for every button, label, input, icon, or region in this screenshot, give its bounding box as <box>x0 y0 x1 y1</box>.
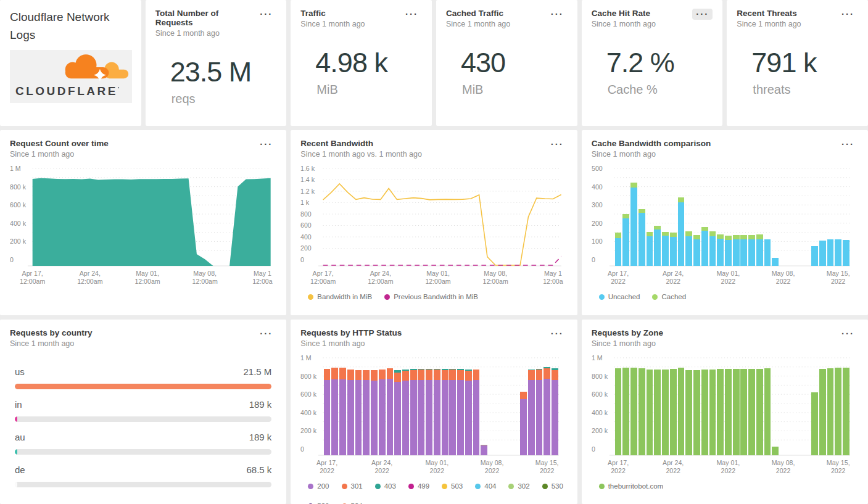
x-tick-label: Apr 24, <box>663 459 684 466</box>
cloudflare-cloud-icon <box>46 52 130 83</box>
stat-unit: reqs <box>172 92 277 106</box>
bar-segment <box>669 233 676 237</box>
bar-segment <box>402 370 409 371</box>
x-tick-label: 2022 <box>831 467 846 474</box>
bar-segment <box>520 399 527 455</box>
legend-dot-icon <box>652 294 658 300</box>
legend-dot-icon <box>384 294 390 300</box>
bar-segment <box>843 368 849 455</box>
legend-item[interactable]: 530 <box>542 482 563 490</box>
zone-bar-chart[interactable]: 1 M800 k600 k400 k200 k0Apr 17,2022Apr 2… <box>592 352 858 475</box>
bar-segment <box>662 232 669 236</box>
overflow-menu-button[interactable]: ··· <box>838 139 858 150</box>
overflow-menu-button[interactable]: ··· <box>547 9 568 20</box>
country-bar-track <box>15 416 271 422</box>
x-tick-label: Apr 24, <box>80 270 101 277</box>
bar-segment <box>740 235 747 239</box>
overflow-menu-button[interactable]: ··· <box>547 139 568 150</box>
bar-segment <box>717 369 724 455</box>
x-tick-label: 12:00am <box>368 278 394 285</box>
bar-segment <box>520 392 527 399</box>
legend-item[interactable]: 301 <box>342 482 363 490</box>
overflow-menu-button[interactable]: ··· <box>256 9 276 20</box>
bar-segment <box>669 237 676 266</box>
legend-dot-icon <box>308 294 313 300</box>
y-tick-label: 400 <box>300 233 312 241</box>
panel-title: Recent Threats <box>737 9 801 18</box>
bar-segment <box>410 370 417 380</box>
country-label: us <box>15 366 25 377</box>
legend-label: 301 <box>351 482 363 490</box>
request-count-area-chart[interactable]: 1 M800 k600 k400 k200 k0Apr 17,12:00amAp… <box>10 162 276 286</box>
legend-item[interactable]: 403 <box>375 482 396 490</box>
x-tick-label: May 15, <box>827 459 850 466</box>
legend-item[interactable]: theburritobot.com <box>599 482 664 490</box>
bar-segment <box>465 381 472 455</box>
legend-item[interactable]: 404 <box>475 482 496 490</box>
bar-segment <box>458 380 465 455</box>
overflow-menu-button[interactable]: ··· <box>256 328 276 339</box>
legend-item[interactable]: Cached <box>652 293 686 300</box>
legend-item[interactable]: Previous Bandwidth in MiB <box>384 293 478 300</box>
legend-dot-icon <box>375 484 381 489</box>
y-tick-label: 400 k <box>592 409 608 416</box>
bar-segment <box>693 370 700 455</box>
bar-segment <box>465 371 472 381</box>
overflow-menu-button[interactable]: ··· <box>838 9 858 20</box>
legend-item[interactable]: Uncached <box>599 293 640 300</box>
y-tick-label: 800 <box>300 210 312 218</box>
y-tick-label: 600 k <box>592 390 608 398</box>
x-tick-label: 2022 <box>775 467 790 474</box>
y-tick-label: 200 k <box>300 427 317 434</box>
legend-label: 404 <box>484 482 496 490</box>
panel-request-count: Request Count over time Since 1 month ag… <box>0 130 286 315</box>
overflow-menu-button[interactable]: ··· <box>402 9 422 20</box>
panel-title: Recent Bandwidth <box>300 139 422 148</box>
bandwidth-line-chart[interactable]: 1.6 k1.4 k1.2 k1 k8006004002000Apr 17,12… <box>300 162 567 286</box>
legend-item[interactable]: 302 <box>508 482 529 490</box>
bar-segment <box>639 209 645 213</box>
legend-dot-icon <box>408 484 414 489</box>
bar-segment <box>701 227 708 230</box>
x-tick-label: 12:00am <box>192 278 218 285</box>
y-tick-label: 100 <box>592 238 603 245</box>
bar-segment <box>772 447 779 455</box>
bar-segment <box>709 236 716 266</box>
overflow-menu-button[interactable]: ··· <box>256 139 276 150</box>
bar-segment <box>418 370 425 380</box>
bar-segment <box>701 231 708 266</box>
x-tick-label: 12:00a <box>543 278 563 285</box>
panel-title: Traffic <box>300 9 365 18</box>
country-row: in189 k <box>10 389 276 422</box>
page-title: Cloudflare Network Logs <box>10 9 131 44</box>
bar-segment <box>827 368 833 455</box>
x-tick-label: 2022 <box>666 467 680 474</box>
y-tick-label: 800 k <box>300 372 317 379</box>
bar-segment <box>811 246 818 266</box>
panel-title: Cached Traffic <box>446 9 510 18</box>
bar-segment <box>646 236 653 266</box>
y-tick-label: 0 <box>300 445 304 453</box>
legend-item[interactable]: 499 <box>408 482 429 490</box>
x-tick-label: May 01, <box>426 270 450 277</box>
panel-requests-by-zone: Requests by Zone Since 1 month ago ··· 1… <box>582 320 868 504</box>
legend-item[interactable]: Bandwidth in MiB <box>308 293 372 300</box>
bar-segment <box>434 369 440 370</box>
legend-item[interactable]: 200 <box>308 482 329 490</box>
bar-segment <box>536 370 543 380</box>
overflow-menu-button[interactable]: ··· <box>838 328 858 339</box>
y-tick-label: 600 k <box>300 390 317 398</box>
x-tick-label: 2022 <box>375 467 390 474</box>
stat-unit: MiB <box>316 83 422 97</box>
bar-segment <box>332 379 339 455</box>
overflow-menu-button[interactable]: ··· <box>692 9 713 20</box>
http-status-bar-chart[interactable]: 1 M800 k600 k400 k200 k0Apr 17,2022Apr 2… <box>300 352 567 475</box>
bar-segment <box>685 236 692 266</box>
overflow-menu-button[interactable]: ··· <box>547 328 568 339</box>
x-tick-label: May 15, <box>827 270 850 277</box>
legend-label: 530 <box>552 482 563 490</box>
cache-bandwidth-bar-chart[interactable]: 5004003002001000Apr 17,2022Apr 24,2022Ma… <box>592 162 858 286</box>
legend-item[interactable]: 503 <box>442 482 463 490</box>
panel-cache-bandwidth: Cache Bandwidth comparison Since 1 month… <box>582 130 868 315</box>
bar-segment <box>395 370 402 373</box>
